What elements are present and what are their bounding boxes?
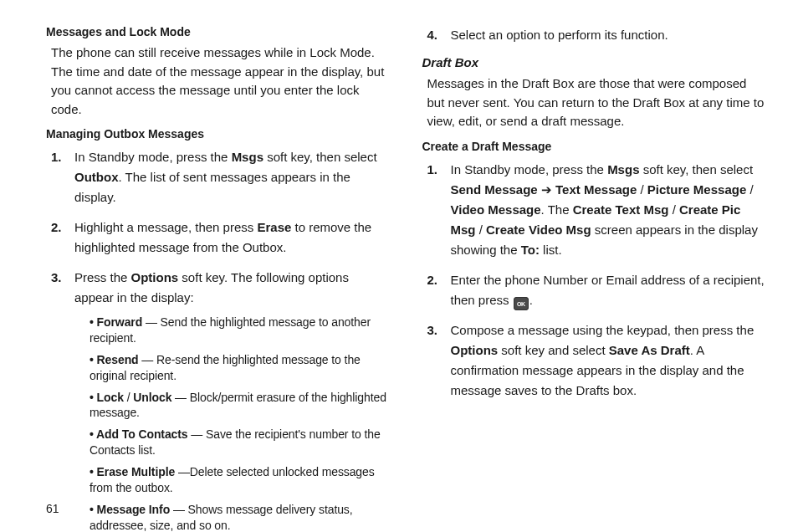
step-number: 3. [51,268,74,288]
step-body: In Standby mode, press the Msgs soft key… [451,160,765,260]
step-number: 4. [427,25,451,45]
step-2: 2. Highlight a message, then press Erase… [51,217,389,258]
text: soft key and select [498,343,609,357]
step-1: 1. In Standby mode, press the Msgs soft … [427,160,765,260]
heading-draft-box: Draft Box [422,55,765,69]
bold-message-info: Message Info [97,503,171,516]
outbox-steps-cont: 4. Select an option to perform its funct… [427,25,765,45]
step-number: 2. [427,270,451,290]
text: / [476,223,487,237]
bold-lock: Lock [97,391,124,404]
option-message-info: Message Info — Shows message delivery st… [90,502,389,532]
bold-create-text-msg: Create Text Msg [573,202,669,217]
text: Press the [74,270,131,284]
text: / [668,202,679,217]
text: Highlight a message, then press [74,220,257,234]
paragraph-draft-box: Messages in the Draft Box are those that… [427,74,765,131]
heading-messages-lock-mode: Messages and Lock Mode [46,25,389,38]
ok-button-icon: OK [514,297,529,310]
text: / [637,182,647,197]
step-1: 1. In Standby mode, press the Msgs soft … [51,147,389,207]
bold-erase-multiple: Erase Multiple [97,465,176,478]
text: Enter the phone Number or Email address … [451,273,765,307]
bold-video-message: Video Message [451,202,541,217]
page-number: 61 [46,502,59,515]
step-number: 1. [427,160,451,180]
step-body: Enter the phone Number or Email address … [451,270,765,311]
bold-options: Options [451,343,499,357]
text: In Standby mode, press the [74,150,232,164]
text: / [746,182,753,197]
option-add-contacts: Add To Contacts — Save the recipient's n… [90,427,389,458]
bold-erase: Erase [257,220,291,234]
text: . [529,293,533,307]
option-erase-multiple: Erase Multiple —Delete selected unlocked… [90,464,389,496]
paragraph-lock-mode: The phone can still receive messages whi… [51,43,389,119]
option-lock-unlock: Lock / Unlock — Block/permit erasure of … [90,390,389,422]
step-4: 4. Select an option to perform its funct… [427,25,765,45]
step-body: Select an option to perform its function… [451,25,765,45]
bold-save-as-draft: Save As Draft [609,343,690,357]
bold-create-video-msg: Create Video Msg [486,223,591,237]
bold-msgs: Msgs [232,150,263,164]
right-column: 4. Select an option to perform its funct… [422,25,765,515]
text: / [124,391,133,404]
bold-resend: Resend [97,353,139,366]
bold-add-contacts: Add To Contacts [96,427,187,441]
outbox-steps: 1. In Standby mode, press the Msgs soft … [51,147,389,532]
step-2: 2. Enter the phone Number or Email addre… [427,270,765,311]
step-number: 2. [51,217,74,238]
heading-create-draft: Create a Draft Message [422,140,765,153]
bold-text-message: Text Message [555,182,637,197]
option-forward: Forward — Send the highlighted message t… [90,315,389,346]
bold-options: Options [131,270,179,284]
bold-forward: Forward [97,315,143,329]
text: list. [540,243,562,257]
step-body: Press the Options soft key. The followin… [74,268,389,532]
bold-send-message: Send Message [451,182,538,197]
text: ➔ [538,182,555,197]
step-3: 3. Compose a message using the keypad, t… [427,320,765,401]
step-body: Highlight a message, then press Erase to… [74,217,389,258]
heading-managing-outbox: Managing Outbox Messages [46,127,389,141]
text: In Standby mode, press the [451,162,608,176]
step-body: Compose a message using the keypad, then… [451,320,765,401]
bold-picture-message: Picture Message [647,182,746,197]
options-list: Forward — Send the highlighted message t… [74,315,389,532]
step-number: 1. [51,147,74,167]
step-3: 3. Press the Options soft key. The follo… [51,268,389,532]
step-number: 3. [427,320,451,340]
left-column: Messages and Lock Mode The phone can sti… [46,25,389,515]
bold-msgs: Msgs [607,162,639,176]
text: Compose a message using the keypad, then… [451,323,755,337]
step-body: In Standby mode, press the Msgs soft key… [74,147,389,207]
text: soft key, then select [639,162,753,176]
bold-to: To: [521,243,540,257]
bold-unlock: Unlock [133,391,171,404]
bold-outbox: Outbox [74,170,119,184]
option-resend: Resend — Re-send the highlighted message… [90,352,389,384]
manual-page: Messages and Lock Mode The phone can sti… [0,0,798,532]
text: soft key, then select [263,150,377,164]
text: . The [541,202,573,217]
draft-steps: 1. In Standby mode, press the Msgs soft … [427,160,765,402]
